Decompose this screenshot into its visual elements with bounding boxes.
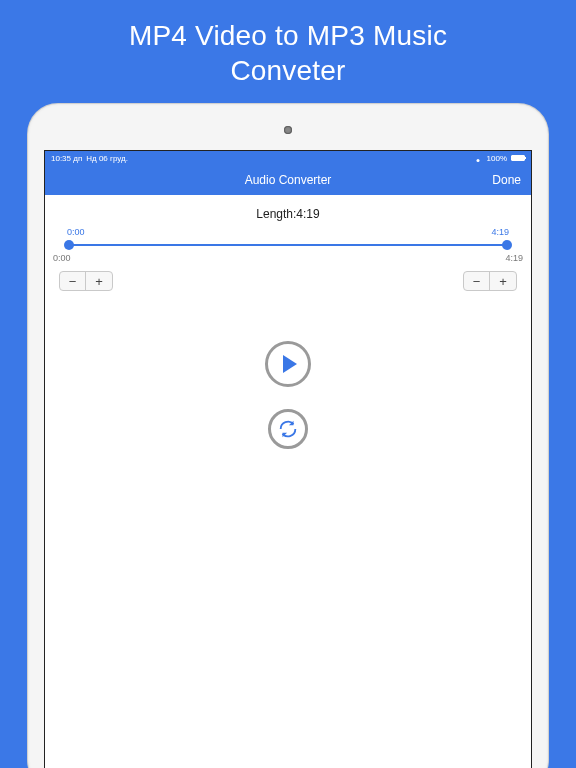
content: Length:4:19 0:00 4:19 0:00 4:19 — [45, 195, 531, 449]
track-line — [69, 244, 507, 246]
slider-track[interactable] — [63, 239, 513, 251]
length-row: Length:4:19 — [45, 207, 531, 221]
outer-times: 0:00 4:19 — [53, 251, 523, 263]
trim-start-label: 0:00 — [67, 227, 85, 237]
start-minus-button[interactable]: − — [60, 272, 86, 290]
battery-percent: 100% — [487, 154, 507, 163]
battery-icon — [511, 155, 525, 161]
start-stepper: − + — [59, 271, 113, 291]
trim-start-handle[interactable] — [64, 240, 74, 250]
refresh-button[interactable] — [268, 409, 308, 449]
camera-dot — [284, 126, 292, 134]
done-button[interactable]: Done — [492, 173, 521, 187]
outer-end: 4:19 — [505, 253, 523, 263]
nav-title: Audio Converter — [245, 173, 332, 187]
inner-times: 0:00 4:19 — [63, 227, 513, 239]
status-time: 10:35 дп — [51, 154, 82, 163]
refresh-icon — [277, 418, 299, 440]
trim-end-handle[interactable] — [502, 240, 512, 250]
start-plus-button[interactable]: + — [86, 272, 112, 290]
stepper-row: − + − + — [45, 263, 531, 291]
outer-start: 0:00 — [53, 253, 71, 263]
status-date: Нд 06 груд. — [86, 154, 128, 163]
status-bar: 10:35 дп Нд 06 груд. 100% — [45, 151, 531, 165]
wifi-icon — [473, 154, 483, 162]
status-right: 100% — [473, 154, 525, 163]
status-left: 10:35 дп Нд 06 груд. — [51, 154, 128, 163]
trim-end-label: 4:19 — [491, 227, 509, 237]
screen: 10:35 дп Нд 06 груд. 100% Audio Converte… — [44, 150, 532, 768]
device-frame: 10:35 дп Нд 06 груд. 100% Audio Converte… — [28, 104, 548, 768]
length-label: Length: — [256, 207, 296, 221]
end-minus-button[interactable]: − — [464, 272, 490, 290]
promo-line1: MP4 Video to MP3 Music — [129, 20, 447, 51]
play-icon — [283, 355, 297, 373]
end-plus-button[interactable]: + — [490, 272, 516, 290]
length-value: 4:19 — [296, 207, 319, 221]
end-stepper: − + — [463, 271, 517, 291]
round-buttons — [45, 341, 531, 449]
promo-line2: Conveter — [230, 55, 345, 86]
nav-bar: Audio Converter Done — [45, 165, 531, 195]
trim-slider: 0:00 4:19 0:00 4:19 — [45, 221, 531, 263]
promo-title: MP4 Video to MP3 Music Conveter — [0, 0, 576, 102]
play-button[interactable] — [265, 341, 311, 387]
